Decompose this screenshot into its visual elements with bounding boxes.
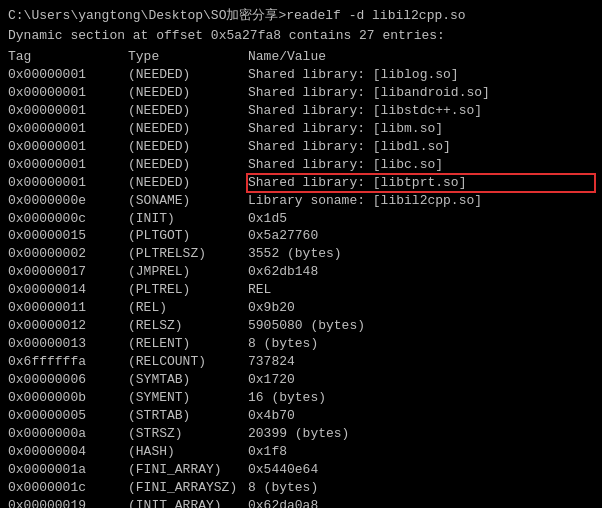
entry-type: (RELSZ): [128, 317, 248, 335]
entry-type: (PLTRELSZ): [128, 245, 248, 263]
entry-type: (PLTREL): [128, 281, 248, 299]
entry-tag: 0x00000012: [8, 317, 128, 335]
table-row: 0x00000019(INIT_ARRAY)0x62da0a8: [8, 497, 594, 509]
entry-type: (HASH): [128, 443, 248, 461]
entry-tag: 0x0000000e: [8, 192, 128, 210]
header-line: Dynamic section at offset 0x5a27fa8 cont…: [8, 28, 594, 43]
entry-type: (FINI_ARRAY): [128, 461, 248, 479]
entry-tag: 0x00000011: [8, 299, 128, 317]
entry-type: (NEEDED): [128, 138, 248, 156]
entry-type: (NEEDED): [128, 120, 248, 138]
entry-namevalue: 0x1f8: [248, 443, 287, 461]
table-row: 0x6ffffffa(RELCOUNT)737824: [8, 353, 594, 371]
entry-namevalue: REL: [248, 281, 271, 299]
entry-type: (STRSZ): [128, 425, 248, 443]
entry-namevalue: Shared library: [liblog.so]: [248, 66, 459, 84]
entry-namevalue: 8 (bytes): [248, 335, 318, 353]
entry-tag: 0x00000001: [8, 84, 128, 102]
entry-type: (FINI_ARRAYSZ): [128, 479, 248, 497]
entry-type: (RELCOUNT): [128, 353, 248, 371]
entry-type: (RELENT): [128, 335, 248, 353]
entry-namevalue: Shared library: [libtprt.so]: [248, 174, 466, 192]
path-line: C:\Users\yangtong\Desktop\SO加密分享>readelf…: [8, 6, 594, 24]
table-row: 0x00000014(PLTREL)REL: [8, 281, 594, 299]
entry-tag: 0x0000001a: [8, 461, 128, 479]
entry-type: (REL): [128, 299, 248, 317]
entry-type: (NEEDED): [128, 102, 248, 120]
entry-tag: 0x00000001: [8, 156, 128, 174]
entry-tag: 0x00000013: [8, 335, 128, 353]
entry-type: (NEEDED): [128, 156, 248, 174]
entry-tag: 0x0000001c: [8, 479, 128, 497]
table-row: 0x00000001(NEEDED)Shared library: [liban…: [8, 84, 594, 102]
table-row: 0x00000006(SYMTAB)0x1720: [8, 371, 594, 389]
entry-type: (SONAME): [128, 192, 248, 210]
entry-namevalue: Shared library: [libm.so]: [248, 120, 443, 138]
type-header: Type: [128, 49, 248, 64]
table-row: 0x00000013(RELENT)8 (bytes): [8, 335, 594, 353]
table-row: 0x00000004(HASH)0x1f8: [8, 443, 594, 461]
table-row: 0x00000001(NEEDED)Shared library: [liblo…: [8, 66, 594, 84]
entry-namevalue: 0x1720: [248, 371, 295, 389]
table-row: 0x00000005(STRTAB)0x4b70: [8, 407, 594, 425]
entry-tag: 0x00000006: [8, 371, 128, 389]
entry-namevalue: 20399 (bytes): [248, 425, 349, 443]
table-row: 0x0000000c(INIT)0x1d5: [8, 210, 594, 228]
entry-tag: 0x00000001: [8, 174, 128, 192]
entry-namevalue: 16 (bytes): [248, 389, 326, 407]
column-headers: Tag Type Name/Value: [8, 49, 594, 64]
table-row: 0x00000001(NEEDED)Shared library: [libst…: [8, 102, 594, 120]
entry-type: (PLTGOT): [128, 227, 248, 245]
namevalue-header: Name/Value: [248, 49, 326, 64]
entry-namevalue: Shared library: [libdl.so]: [248, 138, 451, 156]
entry-tag: 0x00000014: [8, 281, 128, 299]
table-row: 0x0000000b(SYMENT)16 (bytes): [8, 389, 594, 407]
entry-namevalue: 0x62db148: [248, 263, 318, 281]
entry-tag: 0x00000001: [8, 66, 128, 84]
table-row: 0x00000001(NEEDED)Shared library: [libm.…: [8, 120, 594, 138]
entry-type: (NEEDED): [128, 84, 248, 102]
entry-tag: 0x00000001: [8, 138, 128, 156]
table-row: 0x0000000e(SONAME)Library soname: [libil…: [8, 192, 594, 210]
entry-namevalue: Shared library: [libandroid.so]: [248, 84, 490, 102]
entry-type: (SYMENT): [128, 389, 248, 407]
table-row: 0x00000017(JMPREL)0x62db148: [8, 263, 594, 281]
entry-namevalue: 0x1d5: [248, 210, 287, 228]
entry-type: (INIT): [128, 210, 248, 228]
table-row: 0x00000001(NEEDED)Shared library: [libdl…: [8, 138, 594, 156]
entry-tag: 0x00000019: [8, 497, 128, 509]
entry-tag: 0x00000005: [8, 407, 128, 425]
entry-tag: 0x6ffffffa: [8, 353, 128, 371]
entry-tag: 0x00000004: [8, 443, 128, 461]
entry-namevalue: 0x5440e64: [248, 461, 318, 479]
entry-tag: 0x00000015: [8, 227, 128, 245]
entry-tag: 0x00000002: [8, 245, 128, 263]
entry-type: (STRTAB): [128, 407, 248, 425]
entry-namevalue: Shared library: [libstdc++.so]: [248, 102, 482, 120]
entry-namevalue: 0x9b20: [248, 299, 295, 317]
entry-namevalue: 0x4b70: [248, 407, 295, 425]
entry-namevalue: 3552 (bytes): [248, 245, 342, 263]
entry-namevalue: 0x62da0a8: [248, 497, 318, 509]
entry-namevalue: 0x5a27760: [248, 227, 318, 245]
table-row: 0x00000001(NEEDED)Shared library: [libc.…: [8, 156, 594, 174]
entry-tag: 0x00000017: [8, 263, 128, 281]
entry-tag: 0x00000001: [8, 102, 128, 120]
table-row: 0x00000011(REL)0x9b20: [8, 299, 594, 317]
entry-tag: 0x0000000b: [8, 389, 128, 407]
terminal: C:\Users\yangtong\Desktop\SO加密分享>readelf…: [8, 6, 594, 502]
entry-namevalue: 737824: [248, 353, 295, 371]
entry-namevalue: Shared library: [libc.so]: [248, 156, 443, 174]
entry-tag: 0x0000000a: [8, 425, 128, 443]
table-row: 0x00000001(NEEDED)Shared library: [libtp…: [8, 174, 594, 192]
table-row: 0x0000001c(FINI_ARRAYSZ)8 (bytes): [8, 479, 594, 497]
table-row: 0x00000015(PLTGOT)0x5a27760: [8, 227, 594, 245]
entry-type: (SYMTAB): [128, 371, 248, 389]
entry-namevalue: 5905080 (bytes): [248, 317, 365, 335]
entry-tag: 0x00000001: [8, 120, 128, 138]
entry-type: (NEEDED): [128, 66, 248, 84]
entry-namevalue: Library soname: [libil2cpp.so]: [248, 192, 482, 210]
entry-type: (NEEDED): [128, 174, 248, 192]
entry-type: (JMPREL): [128, 263, 248, 281]
entry-type: (INIT_ARRAY): [128, 497, 248, 509]
